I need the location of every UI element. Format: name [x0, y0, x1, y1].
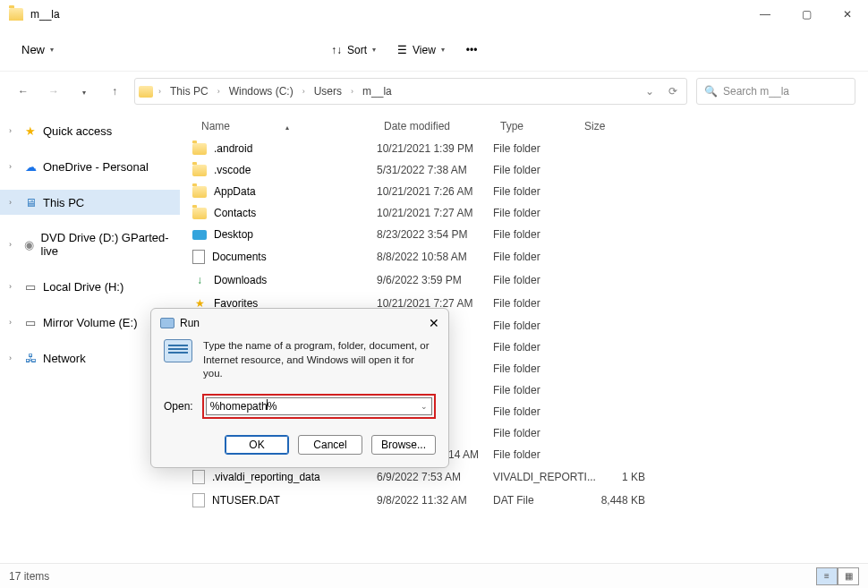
file-date: 10/21/2021 7:27 AM — [377, 207, 493, 219]
back-button[interactable]: ← — [13, 85, 34, 98]
forward-button[interactable]: → — [43, 85, 64, 98]
refresh-button[interactable]: ⟳ — [663, 85, 683, 98]
recent-dropdown[interactable]: ▾ — [73, 85, 95, 98]
download-icon: ↓ — [192, 273, 207, 287]
file-type: File folder — [493, 251, 577, 263]
open-input[interactable]: %homepath% ⌄ — [206, 397, 432, 415]
file-type: File folder — [493, 185, 577, 198]
sort-icon: ↑↓ — [331, 44, 342, 56]
more-button[interactable]: ••• — [466, 44, 478, 56]
file-name: Contacts — [214, 207, 256, 219]
sort-button[interactable]: ↑↓ Sort ▾ — [331, 44, 376, 56]
sidebar-item-label: Mirror Volume (E:) — [43, 316, 137, 329]
ok-button[interactable]: OK — [225, 435, 289, 455]
open-input-value: %homepath% — [210, 399, 277, 413]
col-type[interactable]: Type — [493, 115, 577, 138]
search-input[interactable]: 🔍 Search m__la — [696, 78, 855, 105]
folder-icon — [139, 86, 153, 98]
open-label: Open: — [164, 400, 193, 413]
search-icon: 🔍 — [704, 85, 718, 98]
run-description: Type the name of a program, folder, docu… — [203, 339, 436, 381]
chevron-right-icon: › — [9, 240, 17, 249]
window-title: m__la — [30, 8, 60, 21]
minimize-button[interactable]: — — [745, 0, 786, 29]
search-placeholder: Search m__la — [723, 85, 789, 98]
sidebar-item-quick-access[interactable]: › ★ Quick access — [0, 118, 180, 143]
file-name: AppData — [214, 185, 256, 198]
sidebar-item-label: Local Drive (H:) — [43, 280, 123, 294]
breadcrumb-seg[interactable]: m__la — [359, 85, 396, 98]
desktop-icon — [192, 230, 207, 240]
table-row[interactable]: .vivaldi_reporting_data6/9/2022 7:53 AMV… — [180, 465, 868, 489]
view-label: View — [413, 44, 436, 56]
chevron-right-icon: › — [9, 126, 18, 135]
maximize-button[interactable]: ▢ — [786, 0, 827, 29]
breadcrumb-seg[interactable]: Users — [311, 85, 345, 98]
table-row[interactable]: NTUSER.DAT9/8/2022 11:32 AMDAT File8,448… — [180, 489, 868, 512]
new-button[interactable]: New ▾ — [13, 39, 63, 60]
file-size: 1 KB — [577, 471, 645, 483]
folder-icon — [9, 8, 23, 21]
close-button[interactable]: ✕ — [429, 316, 439, 330]
chevron-down-icon: ▾ — [372, 46, 376, 54]
browse-button[interactable]: Browse... — [371, 435, 436, 455]
file-name: .android — [214, 142, 252, 155]
drive-icon: ▭ — [23, 279, 38, 294]
document-icon — [192, 250, 205, 264]
breadcrumb-seg[interactable]: Windows (C:) — [226, 85, 297, 98]
view-button[interactable]: ☰ View ▾ — [397, 44, 445, 56]
chevron-right-icon: › — [9, 162, 18, 171]
file-type: File folder — [493, 207, 577, 219]
col-date[interactable]: Date modified — [377, 115, 493, 138]
table-row[interactable]: .vscode5/31/2022 7:38 AMFile folder — [180, 159, 868, 181]
table-row[interactable]: Desktop8/23/2022 3:54 PMFile folder — [180, 224, 868, 245]
sidebar-item-this-pc[interactable]: › 🖥 This PC — [0, 190, 180, 215]
details-view-button[interactable]: ≡ — [816, 567, 838, 585]
open-input-highlight: %homepath% ⌄ — [202, 394, 436, 419]
folder-icon — [192, 143, 207, 155]
new-label: New — [21, 43, 45, 56]
table-row[interactable]: Documents8/8/2022 10:58 AMFile folder — [180, 245, 868, 268]
file-type: File folder — [493, 341, 577, 354]
breadcrumb-seg[interactable]: This PC — [166, 85, 212, 98]
file-date: 5/31/2022 7:38 AM — [377, 164, 493, 176]
sidebar-item-onedrive[interactable]: › ☁ OneDrive - Personal — [0, 154, 180, 179]
table-row[interactable]: .android10/21/2021 1:39 PMFile folder — [180, 138, 868, 159]
up-button[interactable]: ↑ — [104, 85, 125, 98]
file-name: NTUSER.DAT — [212, 494, 280, 507]
chevron-right-icon: › — [9, 354, 18, 362]
table-row[interactable]: ↓Downloads9/6/2022 3:59 PMFile folder — [180, 268, 868, 292]
sidebar-item-label: DVD Drive (D:) GParted-live — [41, 231, 173, 258]
file-type: File folder — [493, 320, 577, 332]
file-type: File folder — [493, 297, 577, 310]
chevron-down-icon[interactable]: ⌄ — [421, 402, 428, 411]
folder-icon — [192, 208, 207, 219]
sidebar-item-dvd-drive[interactable]: › ◉ DVD Drive (D:) GParted-live — [0, 226, 180, 263]
address-dropdown[interactable]: ⌄ — [640, 85, 660, 98]
sidebar-item-label: This PC — [43, 196, 84, 209]
chevron-right-icon: › — [9, 318, 18, 327]
folder-icon — [192, 165, 207, 176]
sidebar-item-local-drive[interactable]: › ▭ Local Drive (H:) — [0, 274, 180, 299]
file-type: File folder — [493, 448, 577, 461]
table-row[interactable]: Contacts10/21/2021 7:27 AMFile folder — [180, 202, 868, 224]
thumbnails-view-button[interactable]: ▦ — [838, 567, 859, 585]
file-icon — [192, 470, 205, 484]
table-row[interactable]: AppData10/21/2021 7:26 AMFile folder — [180, 181, 868, 202]
run-icon — [160, 318, 174, 328]
file-type: File folder — [493, 228, 577, 241]
sidebar-item-label: Network — [43, 352, 86, 365]
chevron-right-icon: › — [9, 198, 18, 207]
file-date: 8/23/2022 3:54 PM — [377, 228, 493, 241]
cancel-button[interactable]: Cancel — [298, 435, 362, 455]
file-type: File folder — [493, 427, 577, 439]
run-title-text: Run — [180, 317, 200, 329]
col-size[interactable]: Size — [577, 115, 645, 138]
chevron-right-icon: › — [349, 87, 355, 96]
col-name[interactable]: Name▴ — [180, 115, 377, 138]
toolbar: New ▾ ↑↓ Sort ▾ ☰ View ▾ ••• — [0, 29, 868, 72]
address-bar[interactable]: › This PC › Windows (C:) › Users › m__la… — [134, 78, 687, 105]
file-date: 6/9/2022 7:53 AM — [377, 471, 493, 483]
close-button[interactable]: ✕ — [827, 0, 868, 29]
sidebar-item-label: OneDrive - Personal — [43, 160, 149, 174]
